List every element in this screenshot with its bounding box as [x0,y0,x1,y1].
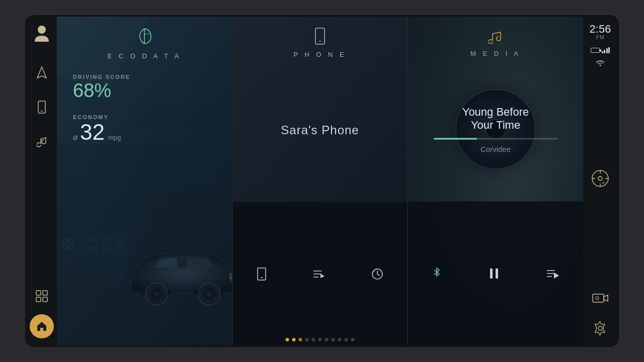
mpg-unit: mpg [108,134,121,141]
sidebar-nav-top [32,24,52,151]
phone-toolbar-history[interactable] [371,268,383,280]
pause-button[interactable] [489,267,499,280]
phone-panel-header: P H O N E [232,17,408,58]
battery-icon [591,45,600,54]
artist-name: Corvidee [418,144,573,153]
phone-toolbar-phone[interactable] [257,267,267,281]
svg-point-67 [596,297,599,300]
media-icon [489,28,503,46]
media-panel: M E D I A Young BeforeYour Time [408,17,583,345]
dot-3 [305,338,309,341]
phone-icon [314,28,326,47]
avg-symbol: ⌀ [73,132,78,142]
main-content: E C O D A T A DRIVING SCORE 68% ECONOMY … [57,17,583,345]
right-sidebar: 2:56 PM [583,17,617,345]
bluetooth-button[interactable] [432,267,441,280]
sidebar-phone-icon[interactable] [32,97,52,117]
svg-point-21 [207,292,212,297]
signal-icon [602,45,610,54]
media-playlist-button[interactable] [547,268,559,279]
media-toolbar [408,201,583,345]
steering-p-icon[interactable]: P [590,168,610,189]
dot-9 [345,338,348,341]
phone-content: Sara's Phone [232,58,408,202]
svg-marker-57 [554,273,559,279]
main-screen: E C O D A T A DRIVING SCORE 68% ECONOMY … [25,15,619,347]
panels-row: E C O D A T A DRIVING SCORE 68% ECONOMY … [57,17,583,345]
svg-point-68 [598,326,602,330]
svg-point-58 [599,65,601,66]
user-icon[interactable] [32,24,52,44]
dot-8 [338,338,342,341]
svg-rect-3 [36,291,41,295]
clock-display: 2:56 PM [590,24,611,40]
left-sidebar [27,17,57,345]
phone-device-name: Sara's Phone [281,123,359,137]
phone-panel-title: P H O N E [293,51,346,58]
svg-marker-50 [320,274,325,278]
page-dots [286,338,355,341]
right-sidebar-bottom [590,288,610,338]
driving-score-label: DRIVING SCORE [73,74,232,80]
dot-7 [332,338,335,341]
song-title: Young BeforeYour Time [418,106,573,132]
camera-icon[interactable] [590,288,610,308]
dot-0 [286,338,289,341]
clock-ampm: PM [590,35,611,40]
song-info: Young BeforeYour Time Corvidee [408,106,583,153]
eco-panel-title: E C O D A T A [108,52,182,60]
phone-toolbar-playlist[interactable] [313,269,325,279]
progress-fill [434,138,477,139]
right-sidebar-middle: P [590,168,610,189]
svg-point-18 [154,292,159,297]
sidebar-nav-bottom [30,286,54,338]
home-button[interactable] [30,314,54,338]
navigation-icon[interactable] [32,63,52,83]
economy-section: ECONOMY ⌀ 32 mpg [73,114,232,143]
grid-icon[interactable] [32,286,52,306]
svg-rect-52 [490,268,493,279]
dot-6 [325,338,329,341]
svg-rect-6 [43,297,47,302]
settings-icon[interactable] [590,318,610,338]
media-panel-header: M E D I A [408,17,583,57]
svg-point-64 [598,176,602,180]
svg-rect-43 [315,28,325,44]
media-content: M E D I A Young BeforeYour Time [408,17,583,345]
status-icons [591,45,610,54]
car-image [121,235,232,315]
phone-toolbar [232,202,408,345]
dot-2 [299,338,302,341]
eco-stats: DRIVING SCORE 68% ECONOMY ⌀ 32 mpg [57,60,232,143]
progress-bar [434,138,557,139]
svg-rect-5 [36,297,41,302]
dot-4 [312,338,315,341]
phone-panel: P H O N E Sara's Phone [232,17,408,345]
svg-rect-4 [43,291,47,295]
mpg-number: 32 [80,121,105,143]
dot-1 [292,338,296,341]
driving-score-section: DRIVING SCORE 68% [73,74,232,100]
svg-rect-53 [496,268,498,279]
clock-time: 2:56 [590,24,611,35]
dot-5 [318,338,322,341]
right-sidebar-top: 2:56 PM [590,24,611,68]
eco-panel: E C O D A T A DRIVING SCORE 68% ECONOMY … [57,17,232,345]
svg-text:P: P [602,181,605,186]
eco-panel-header: E C O D A T A [57,17,232,60]
dot-10 [351,338,355,341]
svg-rect-66 [593,294,604,302]
eco-icon [137,28,152,48]
svg-rect-45 [258,268,266,280]
svg-point-0 [38,26,46,34]
driving-score-value: 68% [73,81,232,100]
sidebar-music-icon[interactable] [32,131,52,151]
media-panel-title: M E D I A [470,50,521,57]
economy-value-display: ⌀ 32 mpg [73,121,232,143]
media-main: Young BeforeYour Time Corvidee [408,57,583,201]
wireless-icon [595,58,605,68]
